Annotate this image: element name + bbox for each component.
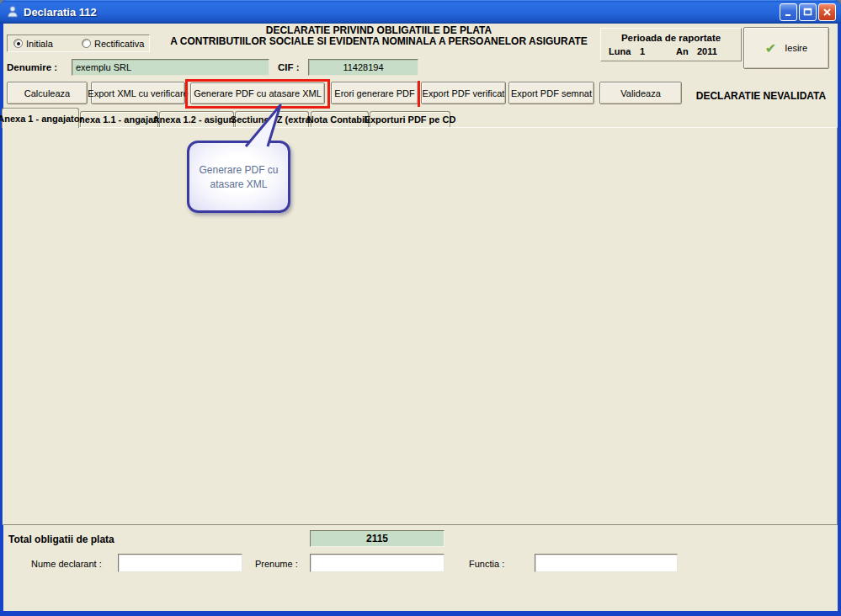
nume-declarant-label: Nume declarant : <box>31 559 102 569</box>
form-title-line2: A CONTRIBUTIILOR SOCIALE SI EVIDENTA NOM… <box>156 35 602 47</box>
radio-initiala[interactable] <box>13 39 23 48</box>
cif-input[interactable] <box>308 59 418 76</box>
luna-value: 1 <box>640 46 645 56</box>
tab-nota-contabila[interactable]: Nota Contabila <box>311 111 369 127</box>
export-xml-button[interactable]: Export XML cu verificare <box>91 82 185 104</box>
total-label: Total obligatii de plata <box>8 534 114 545</box>
person-icon <box>6 5 19 19</box>
tab-exporturi-pdf-cd[interactable]: Exporturi PDF pe CD <box>370 111 450 127</box>
maximize-button[interactable] <box>799 3 817 21</box>
export-pdf-semnat-button[interactable]: Export PDF semnat <box>508 82 594 104</box>
erori-generare-pdf-button[interactable]: Erori generare PDF <box>331 82 418 104</box>
nume-declarant-input[interactable] <box>118 554 242 572</box>
radio-dot <box>17 42 20 45</box>
an-value: 2011 <box>697 46 717 56</box>
export-pdf-verificat-button[interactable]: Export PDF verificat <box>421 82 506 104</box>
check-icon: ✔ <box>765 40 776 56</box>
close-button[interactable] <box>818 3 836 21</box>
title-bar: Declaratia 112 <box>0 0 841 24</box>
tooltip-balloon: Generare PDF cu atasare XML <box>187 141 290 213</box>
prenume-label: Prenume : <box>255 559 298 569</box>
denumire-label: Denumire : <box>7 62 57 72</box>
tab-panel <box>3 127 838 525</box>
app-window: Declaratia 112 Initiala Rectificativa DE… <box>0 0 841 616</box>
an-label: An <box>676 46 689 56</box>
radio-initiala-label: Initiala <box>26 39 53 49</box>
luna-label: Luna <box>609 46 631 56</box>
functia-input[interactable] <box>535 554 678 572</box>
cif-label: CIF : <box>278 62 300 72</box>
period-title: Perioada de raportate <box>600 33 742 43</box>
denumire-input[interactable] <box>72 59 269 76</box>
tab-anexa12-asigurat[interactable]: Anexa 1.2 - asigurat <box>159 111 234 127</box>
calculeaza-button[interactable]: Calculeaza <box>7 82 88 104</box>
tooltip-line2: atasare XML <box>189 178 288 192</box>
radio-rectificativa-label: Rectificativa <box>94 39 144 49</box>
tab-anexa1-angajator[interactable]: Anexa 1 - angajator <box>2 108 79 128</box>
window-title: Declaratia 112 <box>24 6 97 19</box>
total-value-field: 2115 <box>310 530 444 547</box>
highlight-red-line <box>418 81 420 107</box>
radio-rectificativa[interactable] <box>82 39 91 48</box>
valideaza-button[interactable]: Valideaza <box>599 82 682 104</box>
status-text: DECLARATIE NEVALIDATA <box>687 90 835 102</box>
functia-label: Functia : <box>469 559 504 569</box>
tooltip-line1: Generare PDF cu <box>189 163 288 178</box>
form-title-line1: DECLARATIE PRIVIND OBLIGATIILE DE PLATA <box>156 24 602 36</box>
iesire-button[interactable]: ✔ Iesire <box>743 27 829 69</box>
minimize-button[interactable] <box>780 3 797 21</box>
tab-anexa11-angajator[interactable]: Anexa 1.1 - angajator <box>80 111 158 127</box>
prenume-input[interactable] <box>310 554 444 572</box>
iesire-label: Iesire <box>785 43 807 53</box>
tooltip-tail <box>237 101 288 148</box>
